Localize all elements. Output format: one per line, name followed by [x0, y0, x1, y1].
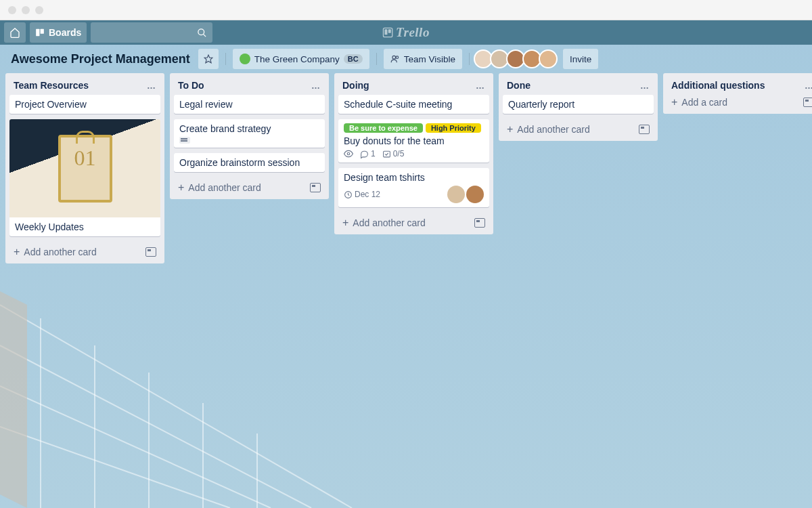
- card[interactable]: Project Overview: [9, 95, 160, 114]
- window-titlebar: [0, 0, 812, 20]
- add-card-button[interactable]: + Add another card: [178, 182, 261, 194]
- plus-icon: +: [507, 123, 513, 135]
- visibility-button[interactable]: Team Visible: [384, 49, 462, 69]
- checklist-badge: 0/5: [382, 149, 405, 158]
- invite-label: Invite: [570, 54, 591, 64]
- add-card-label: Add a card: [681, 97, 727, 108]
- card-template-button[interactable]: [145, 247, 156, 257]
- add-card-button[interactable]: + Add another card: [507, 123, 590, 135]
- card[interactable]: Legal review: [174, 95, 325, 114]
- team-name: The Green Company: [254, 54, 340, 64]
- watch-badge: [344, 149, 353, 158]
- card[interactable]: Schedule C-suite meeting: [338, 95, 489, 114]
- svg-rect-6: [388, 29, 391, 33]
- add-card-label: Add another card: [353, 217, 425, 228]
- logo-text: Trello: [396, 25, 430, 40]
- clock-icon: [344, 190, 353, 199]
- star-button[interactable]: [198, 49, 219, 69]
- card[interactable]: Organize brainstorm session: [174, 153, 325, 172]
- comment-icon: [360, 150, 369, 158]
- svg-marker-13: [0, 291, 27, 508]
- card-title: Organize brainstorm session: [179, 157, 319, 168]
- invite-button[interactable]: Invite: [563, 49, 598, 69]
- list-done: Done … Quarterly report + Add another ca…: [499, 73, 658, 141]
- card-members: [447, 186, 484, 203]
- card-label[interactable]: Be sure to expense: [344, 123, 423, 133]
- list-to-do: To Do … Legal review Create brand strate…: [170, 73, 329, 199]
- add-card-button[interactable]: + Add another card: [342, 217, 426, 229]
- background-art: [0, 237, 812, 508]
- list-menu-button[interactable]: …: [805, 81, 812, 91]
- list-additional-questions: Additional questions … + Add a card: [663, 73, 812, 114]
- svg-rect-5: [384, 29, 387, 35]
- divider: [469, 53, 470, 65]
- window-close-dot[interactable]: [8, 6, 16, 14]
- card-template-button[interactable]: [474, 218, 485, 228]
- home-icon: [9, 27, 20, 38]
- app-topbar: Boards Trello: [0, 20, 812, 45]
- visibility-label: Team Visible: [404, 54, 455, 64]
- list-menu-button[interactable]: …: [640, 81, 650, 91]
- card[interactable]: Create brand strategy: [174, 119, 325, 148]
- list-doing: Doing … Schedule C-suite meeting Be sure…: [334, 73, 493, 234]
- list-team-resources: Team Resources … Project Overview 01 Wee…: [5, 73, 164, 263]
- svg-rect-11: [383, 151, 390, 157]
- list-title[interactable]: To Do: [178, 80, 204, 91]
- card-title: Create brand strategy: [179, 123, 319, 134]
- list-title[interactable]: Team Resources: [14, 80, 89, 91]
- app-logo[interactable]: Trello: [382, 25, 430, 40]
- window-max-dot[interactable]: [35, 6, 43, 14]
- add-card-button[interactable]: + Add a card: [671, 96, 727, 108]
- window-min-dot[interactable]: [22, 6, 30, 14]
- star-icon: [204, 54, 213, 64]
- svg-marker-7: [204, 55, 212, 63]
- add-card-button[interactable]: + Add another card: [14, 246, 97, 258]
- card-title: Weekly Updates: [9, 217, 160, 236]
- board-header: Awesome Project Management The Green Com…: [0, 45, 812, 73]
- card-cover-image: 01: [9, 119, 160, 217]
- search-box[interactable]: [91, 22, 212, 43]
- card-title: Quarterly report: [508, 99, 648, 110]
- plus-icon: +: [671, 96, 677, 108]
- add-card-label: Add another card: [188, 182, 261, 193]
- board-title[interactable]: Awesome Project Management: [8, 49, 193, 69]
- card[interactable]: 01 Weekly Updates: [9, 119, 160, 236]
- board-members[interactable]: [476, 49, 558, 68]
- boards-button[interactable]: Boards: [30, 22, 87, 43]
- list-menu-button[interactable]: …: [476, 81, 485, 91]
- card-template-button[interactable]: [310, 183, 321, 192]
- svg-rect-1: [41, 29, 44, 34]
- list-title[interactable]: Done: [507, 80, 531, 91]
- avatar[interactable]: [466, 186, 484, 203]
- boards-icon: [35, 28, 45, 37]
- card-title: Legal review: [179, 99, 319, 110]
- card-template-button[interactable]: [639, 125, 650, 134]
- card[interactable]: Be sure to expense High Priority Buy don…: [338, 119, 489, 163]
- trello-glyph-icon: [382, 27, 393, 38]
- avatar[interactable]: [447, 186, 465, 203]
- avatar[interactable]: [539, 49, 558, 68]
- card-title: Schedule C-suite meeting: [344, 99, 484, 110]
- svg-line-3: [204, 34, 206, 37]
- clipboard-icon: 01: [58, 135, 112, 203]
- card-label[interactable]: High Priority: [426, 123, 481, 133]
- team-avatar-icon: [240, 54, 250, 64]
- svg-rect-4: [383, 28, 392, 37]
- team-button[interactable]: The Green Company BC: [233, 49, 369, 69]
- board-canvas: Team Resources … Project Overview 01 Wee…: [0, 73, 812, 263]
- card-template-button[interactable]: [803, 98, 812, 107]
- list-menu-button[interactable]: …: [311, 81, 321, 91]
- plus-icon: +: [178, 182, 184, 194]
- card[interactable]: Design team tshirts Dec 12: [338, 168, 489, 207]
- svg-point-8: [392, 56, 396, 59]
- divider: [376, 53, 377, 65]
- list-title[interactable]: Doing: [342, 80, 369, 91]
- divider: [225, 53, 226, 65]
- list-title[interactable]: Additional questions: [671, 80, 765, 91]
- home-button[interactable]: [4, 22, 26, 43]
- card[interactable]: Quarterly report: [503, 95, 654, 114]
- plus-icon: +: [342, 217, 348, 229]
- description-icon: [179, 137, 190, 144]
- list-menu-button[interactable]: …: [147, 81, 156, 91]
- checklist-icon: [382, 150, 391, 158]
